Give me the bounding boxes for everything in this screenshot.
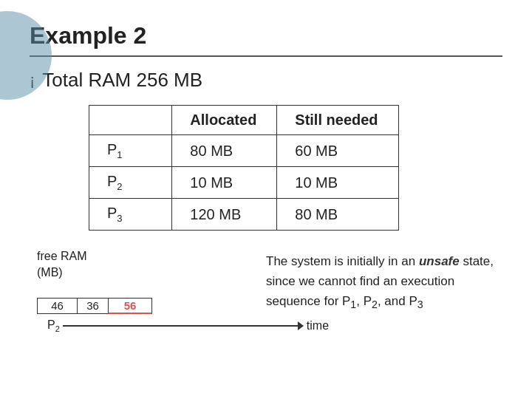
time-line <box>63 325 299 327</box>
desc-prefix: The system is initially in an <box>266 254 419 268</box>
p2-process-label: P2 <box>47 318 60 333</box>
table-container: Allocated Still needed P1 80 MB 60 MB P2… <box>89 105 502 231</box>
bullet-icon: ¡ <box>30 71 35 90</box>
bar-56: 56 <box>108 298 152 314</box>
bar-56-label: 56 <box>124 299 137 312</box>
table-row: P2 10 MB 10 MB <box>89 167 399 199</box>
bar-36: 36 <box>77 298 108 314</box>
table-row: P3 120 MB 80 MB <box>89 199 399 231</box>
allocation-table: Allocated Still needed P1 80 MB 60 MB P2… <box>89 105 399 231</box>
bullet-row: ¡ Total RAM 256 MB <box>30 69 502 92</box>
process-p3: P3 <box>89 199 172 231</box>
col-header-process <box>89 106 172 135</box>
still-needed-p2: 10 MB <box>277 167 399 199</box>
page-title: Example 2 <box>30 22 502 50</box>
bars-row: 46 36 56 <box>37 290 152 314</box>
title-section: Example 2 <box>30 22 502 57</box>
title-divider <box>30 55 502 57</box>
bullet-text: Total RAM 256 MB <box>42 69 202 92</box>
allocated-p2: 10 MB <box>172 167 277 199</box>
bar-46: 46 <box>37 298 77 314</box>
unsafe-word: unsafe <box>419 254 460 268</box>
bar-36-label: 36 <box>86 299 99 312</box>
allocated-p3: 120 MB <box>172 199 277 231</box>
timeline-row: P2 time <box>47 318 329 333</box>
col-header-allocated: Allocated <box>172 106 277 135</box>
free-ram-label: free RAM(MB) <box>37 248 87 282</box>
table-row: P1 80 MB 60 MB <box>89 135 399 167</box>
time-arrow: time <box>63 319 329 332</box>
left-bottom: free RAM(MB) 46 36 56 P2 <box>37 248 236 333</box>
bottom-section: free RAM(MB) 46 36 56 P2 <box>30 248 502 333</box>
allocated-p1: 80 MB <box>172 135 277 167</box>
table-header-row: Allocated Still needed <box>89 106 399 135</box>
slide: Example 2 ¡ Total RAM 256 MB Allocated S… <box>0 0 532 399</box>
process-p2: P2 <box>89 167 172 199</box>
right-description: The system is initially in an unsafe sta… <box>266 251 502 313</box>
col-header-still-needed: Still needed <box>277 106 399 135</box>
still-needed-p1: 60 MB <box>277 135 399 167</box>
bar-46-label: 46 <box>51 299 64 312</box>
process-p1: P1 <box>89 135 172 167</box>
time-label: time <box>307 319 329 332</box>
still-needed-p3: 80 MB <box>277 199 399 231</box>
